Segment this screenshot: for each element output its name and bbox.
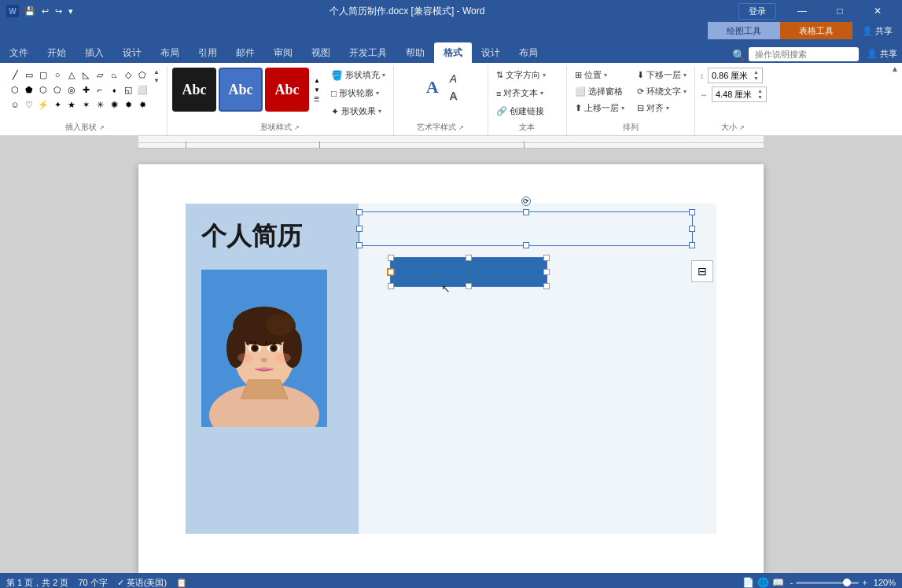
text-box-container[interactable]: ⟳ <box>359 211 693 246</box>
move-back-btn[interactable]: ⬇ 下移一层 ▾ <box>634 68 690 83</box>
drawing-tools-tab[interactable]: 绘图工具 <box>708 22 780 39</box>
shape-star16[interactable]: ✸ <box>135 97 149 112</box>
size-expand[interactable]: ↗ <box>739 124 745 131</box>
user-icon[interactable]: 👤 共享 <box>862 46 902 61</box>
tab-file[interactable]: 文件 <box>0 42 38 63</box>
move-back-arrow[interactable]: ▾ <box>683 72 687 79</box>
width-up[interactable]: ▲ <box>757 88 763 94</box>
handle-mr[interactable] <box>689 226 695 232</box>
shape-bevel[interactable]: ⬧ <box>107 83 121 97</box>
tab-design[interactable]: 设计 <box>113 42 151 63</box>
blue-rectangle-shape[interactable] <box>390 257 547 287</box>
move-forward-btn[interactable]: ⬆ 上移一层 ▾ <box>572 101 628 116</box>
shape-right-triangle[interactable]: ◺ <box>79 68 93 82</box>
tab-mail[interactable]: 邮件 <box>226 42 264 63</box>
position-arrow[interactable]: ▾ <box>604 72 607 79</box>
tab-table-design[interactable]: 设计 <box>472 42 510 63</box>
read-view-btn[interactable]: 📖 <box>772 577 784 588</box>
zoom-minus-btn[interactable]: - <box>790 578 793 587</box>
web-view-btn[interactable]: 🌐 <box>757 577 769 588</box>
style-preset-blue[interactable]: Abc <box>219 68 263 112</box>
close-button[interactable]: ✕ <box>860 0 896 22</box>
blue-handle-mr[interactable] <box>543 269 550 275</box>
handle-br[interactable] <box>689 242 695 248</box>
shape-diamond[interactable]: ◇ <box>121 68 135 82</box>
handle-ml[interactable] <box>356 226 363 232</box>
ribbon-collapse-btn[interactable]: ▲ <box>891 64 899 73</box>
shape-star6[interactable]: ✶ <box>79 97 93 112</box>
handle-bl[interactable] <box>356 242 363 248</box>
align-text-arrow[interactable]: ▾ <box>540 90 543 97</box>
shape-octagon[interactable]: ⬡ <box>36 83 50 97</box>
align-text-btn[interactable]: ≡ 对齐文本 ▾ <box>493 86 549 101</box>
tab-table-layout[interactable]: 布局 <box>510 42 547 63</box>
create-link-btn[interactable]: 🔗 创建链接 <box>493 104 549 119</box>
login-button[interactable]: 登录 <box>738 3 776 20</box>
shape-heart[interactable]: ♡ <box>22 97 36 112</box>
shape-trapezoid[interactable]: ⏢ <box>107 68 121 82</box>
outline-dropdown-arrow[interactable]: ▾ <box>376 90 379 97</box>
shape-star5[interactable]: ★ <box>64 97 79 112</box>
customize-btn[interactable]: ▾ <box>66 6 75 17</box>
tab-reference[interactable]: 引用 <box>189 42 226 63</box>
shape-pentagon[interactable]: ⬠ <box>135 68 149 82</box>
shape-rect[interactable]: ▭ <box>22 68 36 82</box>
blue-handle-bl[interactable] <box>388 283 394 289</box>
redo-btn[interactable]: ↪ <box>53 6 64 17</box>
blue-handle-tc[interactable] <box>466 255 472 261</box>
handle-bc[interactable] <box>523 242 529 248</box>
shape-smiley[interactable]: ☺ <box>8 97 22 112</box>
text-direction-btn[interactable]: ⇅ 文字方向 ▾ <box>493 68 549 83</box>
layout-options-btn[interactable]: ⊟ <box>691 260 713 282</box>
fill-dropdown-arrow[interactable]: ▾ <box>382 72 385 79</box>
height-spinners[interactable]: ▲ ▼ <box>753 69 759 83</box>
tab-insert[interactable]: 插入 <box>75 42 113 63</box>
shape-outline-btn[interactable]: □ 形状轮廓 ▾ <box>328 86 388 101</box>
blue-handle-br[interactable] <box>543 283 550 289</box>
tab-view[interactable]: 视图 <box>302 42 340 63</box>
effect-dropdown-arrow[interactable]: ▾ <box>378 108 381 115</box>
shape-styles-expand[interactable]: ↗ <box>294 124 300 131</box>
shape-lightning[interactable]: ⚡ <box>36 97 50 112</box>
tab-format[interactable]: 格式 <box>434 42 472 63</box>
undo-btn[interactable]: ↩ <box>39 6 51 17</box>
handle-tr[interactable] <box>689 209 695 215</box>
align-btn[interactable]: ⊟ 对齐 ▾ <box>634 101 690 116</box>
style-more[interactable]: ☰ <box>311 95 322 104</box>
zoom-plus-btn[interactable]: + <box>862 578 867 587</box>
shape-star4[interactable]: ✦ <box>50 97 64 112</box>
shape-hexagon[interactable]: ⬡ <box>8 83 22 97</box>
text-direction-arrow[interactable]: ▾ <box>543 72 546 79</box>
shape-ellipse[interactable]: ○ <box>50 68 64 82</box>
width-down[interactable]: ▼ <box>757 94 763 101</box>
help-search-input[interactable] <box>749 47 859 61</box>
blue-handle-tr[interactable] <box>543 255 550 261</box>
shape-donut[interactable]: ◎ <box>64 83 79 97</box>
shape-plus[interactable]: ✚ <box>79 83 93 97</box>
zoom-thumb[interactable] <box>843 579 851 586</box>
shape-effect-btn[interactable]: ✦ 形状效果 ▾ <box>328 104 388 119</box>
minimize-button[interactable]: — <box>784 0 820 22</box>
position-btn[interactable]: ⊞ 位置 ▾ <box>572 68 628 83</box>
tab-dev[interactable]: 开发工具 <box>340 42 396 63</box>
shape-triangle[interactable]: △ <box>64 68 79 82</box>
insert-shapes-expand[interactable]: ↗ <box>99 124 105 131</box>
tab-review[interactable]: 审阅 <box>264 42 302 63</box>
shape-round-rect[interactable]: ▢ <box>36 68 50 82</box>
move-fwd-arrow[interactable]: ▾ <box>621 105 624 112</box>
rotate-handle[interactable]: ⟳ <box>521 197 531 206</box>
art-styles-expand[interactable]: ↗ <box>458 124 464 131</box>
tab-home[interactable]: 开始 <box>38 42 75 63</box>
tab-help[interactable]: 帮助 <box>396 42 434 63</box>
height-up[interactable]: ▲ <box>753 69 759 75</box>
height-down[interactable]: ▼ <box>753 75 759 82</box>
table-tools-tab[interactable]: 表格工具 <box>780 22 852 39</box>
shape-star12[interactable]: ✹ <box>121 97 135 112</box>
shape-fill-btn[interactable]: 🪣 形状填充 ▾ <box>328 68 388 83</box>
blue-handle-bc[interactable] <box>466 283 472 289</box>
maximize-button[interactable]: □ <box>822 0 858 22</box>
wrap-text-btn[interactable]: ⟳ 环绕文字 ▾ <box>634 84 690 99</box>
style-scroll-up[interactable]: ▲ <box>311 76 322 85</box>
blue-handle-tl[interactable] <box>388 255 394 261</box>
shape-frame[interactable]: ⬜ <box>135 83 149 97</box>
